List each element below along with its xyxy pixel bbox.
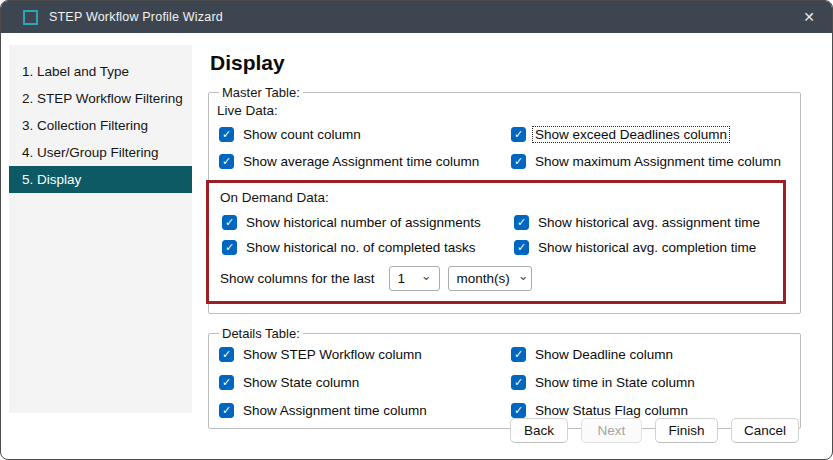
- checkbox-label: Show historical avg. assignment time: [536, 215, 762, 230]
- checkbox-checked-icon: ✓: [514, 240, 529, 255]
- checkbox-label: Show STEP Workflow column: [241, 347, 424, 362]
- checkbox-label: Show maximum Assignment time column: [533, 154, 783, 169]
- checkbox-label: Show State column: [241, 375, 361, 390]
- title-bar: STEP Workflow Profile Wizard ✕: [1, 1, 832, 33]
- sidebar-item-label: 1. Label and Type: [22, 64, 129, 79]
- checkbox-label: Show count column: [241, 127, 363, 142]
- checkbox-label: Show Deadline column: [533, 347, 675, 362]
- checkbox-checked-icon: ✓: [511, 375, 526, 390]
- wizard-dialog: STEP Workflow Profile Wizard ✕ 1. Label …: [0, 0, 833, 460]
- close-icon[interactable]: ✕: [786, 1, 832, 33]
- checkbox-show-state-column[interactable]: ✓ Show State column: [219, 373, 511, 391]
- checkbox-checked-icon: ✓: [219, 154, 234, 169]
- on-demand-annotation-highlight: On Demand Data: ✓ Show historical number…: [206, 180, 786, 304]
- on-demand-data-label: On Demand Data:: [220, 190, 783, 205]
- sidebar-item-user-group-filtering[interactable]: 4. User/Group Filtering: [9, 139, 192, 166]
- sidebar-item-label: 4. User/Group Filtering: [22, 145, 159, 160]
- next-button: Next: [581, 418, 642, 443]
- on-demand-checkbox-grid: ✓ Show historical number of assignments …: [222, 213, 783, 256]
- selected-value: 1: [398, 271, 406, 286]
- checkbox-checked-icon: ✓: [511, 403, 526, 418]
- checkbox-show-assignment-time-column[interactable]: ✓ Show Assignment time column: [219, 401, 511, 419]
- checkbox-label: Show Assignment time column: [241, 403, 429, 418]
- sidebar-item-label: 2. STEP Workflow Filtering: [22, 91, 183, 106]
- checkbox-show-average-assignment-time-column[interactable]: ✓ Show average Assignment time column: [219, 152, 511, 170]
- checkbox-show-exceed-deadlines-column[interactable]: ✓ Show exceed Deadlines column: [511, 125, 792, 143]
- checkbox-show-time-in-state-column[interactable]: ✓ Show time in State column: [511, 373, 792, 391]
- live-data-label: Live Data:: [217, 103, 792, 118]
- selected-value: month(s): [457, 271, 510, 286]
- window-title: STEP Workflow Profile Wizard: [49, 10, 223, 24]
- sidebar-item-label-and-type[interactable]: 1. Label and Type: [9, 58, 192, 85]
- checkbox-checked-icon: ✓: [219, 127, 234, 142]
- live-data-checkbox-grid: ✓ Show count column ✓ Show exceed Deadli…: [219, 125, 792, 170]
- checkbox-show-maximum-assignment-time-column[interactable]: ✓ Show maximum Assignment time column: [511, 152, 792, 170]
- sidebar-item-label: 5. Display: [22, 172, 81, 187]
- details-checkbox-grid: ✓ Show STEP Workflow column ✓ Show Deadl…: [219, 345, 792, 419]
- checkbox-checked-icon: ✓: [514, 215, 529, 230]
- details-table-group: Details Table: ✓ Show STEP Workflow colu…: [208, 326, 801, 429]
- checkbox-show-historical-no-of-completed-tasks[interactable]: ✓ Show historical no. of completed tasks: [222, 238, 514, 256]
- time-unit-select[interactable]: month(s) ⌄: [448, 266, 532, 291]
- sidebar-item-collection-filtering[interactable]: 3. Collection Filtering: [9, 112, 192, 139]
- wizard-steps-sidebar: 1. Label and Type 2. STEP Workflow Filte…: [9, 45, 192, 413]
- show-columns-label: Show columns for the last: [220, 271, 375, 286]
- sidebar-item-label: 3. Collection Filtering: [22, 118, 148, 133]
- checkbox-checked-icon: ✓: [219, 347, 234, 362]
- sidebar-item-step-workflow-filtering[interactable]: 2. STEP Workflow Filtering: [9, 85, 192, 112]
- checkbox-checked-icon: ✓: [511, 127, 526, 142]
- checkbox-checked-icon: ✓: [511, 154, 526, 169]
- checkbox-checked-icon: ✓: [511, 347, 526, 362]
- checkbox-label: Show historical avg. completion time: [536, 240, 758, 255]
- checkbox-label: Show Status Flag column: [533, 403, 690, 418]
- finish-button[interactable]: Finish: [655, 418, 718, 443]
- master-table-legend: Master Table:: [219, 85, 303, 100]
- app-icon: [23, 10, 38, 25]
- wizard-footer: Back Next Finish Cancel: [510, 418, 799, 443]
- sidebar-item-display[interactable]: 5. Display: [9, 166, 192, 193]
- checkbox-show-count-column[interactable]: ✓ Show count column: [219, 125, 511, 143]
- checkbox-show-step-workflow-column[interactable]: ✓ Show STEP Workflow column: [219, 345, 511, 363]
- checkbox-checked-icon: ✓: [222, 240, 237, 255]
- checkbox-show-historical-avg-completion-time[interactable]: ✓ Show historical avg. completion time: [514, 238, 783, 256]
- cancel-button[interactable]: Cancel: [731, 418, 799, 443]
- checkbox-checked-icon: ✓: [219, 375, 234, 390]
- checkbox-label: Show average Assignment time column: [241, 154, 481, 169]
- master-table-group: Master Table: Live Data: ✓ Show count co…: [208, 85, 801, 314]
- checkbox-checked-icon: ✓: [219, 403, 234, 418]
- checkbox-show-deadline-column[interactable]: ✓ Show Deadline column: [511, 345, 792, 363]
- checkbox-show-historical-number-of-assignments[interactable]: ✓ Show historical number of assignments: [222, 213, 514, 231]
- checkbox-show-historical-avg-assignment-time[interactable]: ✓ Show historical avg. assignment time: [514, 213, 783, 231]
- checkbox-label: Show historical no. of completed tasks: [244, 240, 478, 255]
- checkbox-show-status-flag-column[interactable]: ✓ Show Status Flag column: [511, 401, 792, 419]
- back-button[interactable]: Back: [510, 418, 568, 443]
- months-count-select[interactable]: 1 ⌄: [389, 266, 440, 291]
- show-columns-row: Show columns for the last 1 ⌄ month(s) ⌄: [220, 266, 783, 291]
- page-title: Display: [210, 51, 801, 75]
- checkbox-label: Show historical number of assignments: [244, 215, 483, 230]
- chevron-down-icon: ⌄: [518, 271, 529, 281]
- checkbox-label: Show exceed Deadlines column: [533, 127, 729, 142]
- chevron-down-icon: ⌄: [421, 271, 432, 281]
- display-step-panel: Display Master Table: Live Data: ✓ Show …: [208, 45, 801, 429]
- checkbox-checked-icon: ✓: [222, 215, 237, 230]
- details-table-legend: Details Table:: [219, 326, 303, 341]
- checkbox-label: Show time in State column: [533, 375, 697, 390]
